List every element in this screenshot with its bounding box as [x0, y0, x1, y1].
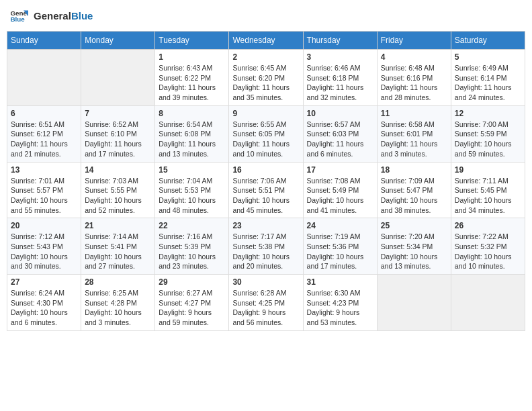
day-info: Sunrise: 7:14 AMSunset: 5:41 PMDaylight:… — [85, 232, 151, 271]
day-info: Sunrise: 6:27 AMSunset: 4:27 PMDaylight:… — [159, 288, 225, 328]
day-number: 1 — [159, 52, 225, 62]
calendar-cell: 26Sunrise: 7:22 AMSunset: 5:32 PMDayligh… — [451, 218, 525, 275]
day-number: 9 — [232, 109, 299, 118]
calendar-cell: 17Sunrise: 7:08 AMSunset: 5:49 PMDayligh… — [303, 162, 377, 218]
calendar-cell: 16Sunrise: 7:06 AMSunset: 5:51 PMDayligh… — [229, 162, 303, 218]
day-number: 26 — [455, 221, 521, 230]
day-number: 15 — [159, 165, 225, 175]
calendar-cell: 4Sunrise: 6:48 AMSunset: 6:16 PMDaylight… — [377, 50, 451, 106]
day-number: 23 — [232, 221, 299, 230]
logo-icon: General Blue — [9, 7, 28, 26]
day-number: 11 — [381, 109, 447, 118]
day-info: Sunrise: 7:19 AMSunset: 5:36 PMDaylight:… — [307, 232, 373, 271]
calendar-cell — [377, 275, 451, 331]
calendar-cell: 11Sunrise: 6:58 AMSunset: 6:01 PMDayligh… — [377, 105, 451, 162]
calendar-cell: 20Sunrise: 7:12 AMSunset: 5:43 PMDayligh… — [7, 218, 81, 275]
day-info: Sunrise: 7:06 AMSunset: 5:51 PMDaylight:… — [232, 176, 299, 216]
calendar-week-row: 27Sunrise: 6:24 AMSunset: 4:30 PMDayligh… — [7, 275, 525, 331]
day-info: Sunrise: 7:01 AMSunset: 5:57 PMDaylight:… — [11, 176, 77, 216]
day-info: Sunrise: 6:51 AMSunset: 6:12 PMDaylight:… — [11, 120, 77, 159]
day-info: Sunrise: 6:52 AMSunset: 6:10 PMDaylight:… — [85, 120, 151, 159]
calendar-cell: 24Sunrise: 7:19 AMSunset: 5:36 PMDayligh… — [303, 218, 377, 275]
day-info: Sunrise: 6:48 AMSunset: 6:16 PMDaylight:… — [381, 63, 447, 103]
day-info: Sunrise: 7:20 AMSunset: 5:34 PMDaylight:… — [381, 232, 447, 271]
calendar-cell: 27Sunrise: 6:24 AMSunset: 4:30 PMDayligh… — [7, 275, 81, 331]
day-number: 20 — [11, 221, 77, 230]
calendar-cell: 21Sunrise: 7:14 AMSunset: 5:41 PMDayligh… — [81, 218, 155, 275]
day-info: Sunrise: 6:49 AMSunset: 6:14 PMDaylight:… — [455, 63, 521, 103]
day-number: 7 — [85, 109, 151, 118]
day-number: 10 — [307, 109, 373, 118]
calendar-week-row: 6Sunrise: 6:51 AMSunset: 6:12 PMDaylight… — [7, 105, 525, 162]
calendar-cell: 18Sunrise: 7:09 AMSunset: 5:47 PMDayligh… — [377, 162, 451, 218]
day-number: 28 — [85, 277, 151, 287]
day-of-week-header: Saturday — [451, 32, 525, 50]
day-number: 12 — [455, 109, 521, 118]
day-number: 5 — [455, 52, 521, 62]
calendar-cell: 31Sunrise: 6:30 AMSunset: 4:23 PMDayligh… — [303, 275, 377, 331]
day-info: Sunrise: 7:11 AMSunset: 5:45 PMDaylight:… — [455, 176, 521, 216]
day-number: 25 — [381, 221, 447, 230]
day-info: Sunrise: 6:58 AMSunset: 6:01 PMDaylight:… — [381, 120, 447, 159]
calendar-cell — [7, 50, 81, 106]
calendar-cell: 1Sunrise: 6:43 AMSunset: 6:22 PMDaylight… — [155, 50, 229, 106]
calendar-cell: 28Sunrise: 6:25 AMSunset: 4:28 PMDayligh… — [81, 275, 155, 331]
day-number: 17 — [307, 165, 373, 175]
day-number: 21 — [85, 221, 151, 230]
day-number: 29 — [159, 277, 225, 287]
day-info: Sunrise: 6:24 AMSunset: 4:30 PMDaylight:… — [11, 288, 77, 328]
calendar-table: SundayMondayTuesdayWednesdayThursdayFrid… — [7, 31, 525, 331]
day-info: Sunrise: 6:57 AMSunset: 6:03 PMDaylight:… — [307, 120, 373, 159]
day-number: 6 — [11, 109, 77, 118]
day-number: 8 — [159, 109, 225, 118]
day-number: 18 — [381, 165, 447, 175]
calendar-cell: 13Sunrise: 7:01 AMSunset: 5:57 PMDayligh… — [7, 162, 81, 218]
day-info: Sunrise: 6:43 AMSunset: 6:22 PMDaylight:… — [159, 63, 225, 103]
day-number: 27 — [11, 277, 77, 287]
day-info: Sunrise: 7:03 AMSunset: 5:55 PMDaylight:… — [85, 176, 151, 216]
calendar-cell: 5Sunrise: 6:49 AMSunset: 6:14 PMDaylight… — [451, 50, 525, 106]
logo-text: GeneralBlue — [34, 11, 93, 22]
day-number: 13 — [11, 165, 77, 175]
calendar-cell: 8Sunrise: 6:54 AMSunset: 6:08 PMDaylight… — [155, 105, 229, 162]
day-info: Sunrise: 6:46 AMSunset: 6:18 PMDaylight:… — [307, 63, 373, 103]
calendar-body: 1Sunrise: 6:43 AMSunset: 6:22 PMDaylight… — [7, 50, 525, 331]
day-number: 30 — [232, 277, 299, 287]
calendar-cell: 6Sunrise: 6:51 AMSunset: 6:12 PMDaylight… — [7, 105, 81, 162]
day-info: Sunrise: 7:09 AMSunset: 5:47 PMDaylight:… — [381, 176, 447, 216]
calendar-header-row: SundayMondayTuesdayWednesdayThursdayFrid… — [7, 32, 525, 50]
day-of-week-header: Monday — [81, 32, 155, 50]
calendar-week-row: 1Sunrise: 6:43 AMSunset: 6:22 PMDaylight… — [7, 50, 525, 106]
day-of-week-header: Wednesday — [229, 32, 303, 50]
day-info: Sunrise: 6:28 AMSunset: 4:25 PMDaylight:… — [232, 288, 299, 328]
calendar-cell: 15Sunrise: 7:04 AMSunset: 5:53 PMDayligh… — [155, 162, 229, 218]
calendar-cell: 9Sunrise: 6:55 AMSunset: 6:05 PMDaylight… — [229, 105, 303, 162]
calendar-week-row: 20Sunrise: 7:12 AMSunset: 5:43 PMDayligh… — [7, 218, 525, 275]
calendar-cell: 30Sunrise: 6:28 AMSunset: 4:25 PMDayligh… — [229, 275, 303, 331]
day-info: Sunrise: 6:55 AMSunset: 6:05 PMDaylight:… — [232, 120, 299, 159]
day-number: 31 — [307, 277, 373, 287]
calendar-cell: 14Sunrise: 7:03 AMSunset: 5:55 PMDayligh… — [81, 162, 155, 218]
day-info: Sunrise: 6:45 AMSunset: 6:20 PMDaylight:… — [232, 63, 299, 103]
day-info: Sunrise: 7:08 AMSunset: 5:49 PMDaylight:… — [307, 176, 373, 216]
calendar-cell — [81, 50, 155, 106]
calendar-cell: 3Sunrise: 6:46 AMSunset: 6:18 PMDaylight… — [303, 50, 377, 106]
day-info: Sunrise: 7:16 AMSunset: 5:39 PMDaylight:… — [159, 232, 225, 271]
calendar-cell: 22Sunrise: 7:16 AMSunset: 5:39 PMDayligh… — [155, 218, 229, 275]
calendar-cell: 25Sunrise: 7:20 AMSunset: 5:34 PMDayligh… — [377, 218, 451, 275]
day-number: 2 — [232, 52, 299, 62]
calendar-cell: 10Sunrise: 6:57 AMSunset: 6:03 PMDayligh… — [303, 105, 377, 162]
calendar-cell: 19Sunrise: 7:11 AMSunset: 5:45 PMDayligh… — [451, 162, 525, 218]
day-of-week-header: Sunday — [7, 32, 81, 50]
day-number: 22 — [159, 221, 225, 230]
calendar-cell: 29Sunrise: 6:27 AMSunset: 4:27 PMDayligh… — [155, 275, 229, 331]
day-info: Sunrise: 7:00 AMSunset: 5:59 PMDaylight:… — [455, 120, 521, 159]
day-of-week-header: Tuesday — [155, 32, 229, 50]
svg-text:Blue: Blue — [10, 15, 25, 23]
day-number: 14 — [85, 165, 151, 175]
calendar-cell: 23Sunrise: 7:17 AMSunset: 5:38 PMDayligh… — [229, 218, 303, 275]
calendar-cell: 12Sunrise: 7:00 AMSunset: 5:59 PMDayligh… — [451, 105, 525, 162]
logo: General Blue GeneralBlue — [9, 7, 93, 26]
day-number: 3 — [307, 52, 373, 62]
calendar-cell — [451, 275, 525, 331]
